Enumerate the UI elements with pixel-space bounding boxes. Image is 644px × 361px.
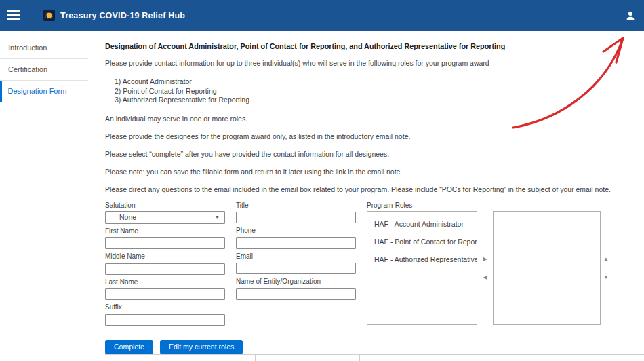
hamburger-menu-icon[interactable]: [7, 8, 20, 22]
page-title: Designation of Account Administrator, Po…: [105, 42, 637, 50]
salutation-selected-value: --None--: [115, 213, 141, 221]
program-roles-picker: Program-Roles HAF - Account Administrato…: [367, 202, 611, 325]
title-field[interactable]: [236, 212, 356, 223]
sidebar: Introduction Certification Designation F…: [0, 31, 88, 102]
listbox-sort-controls: ▲ ▼: [601, 211, 611, 325]
email-label: Email: [236, 252, 356, 260]
edit-current-roles-button[interactable]: Edit my current roles: [160, 340, 243, 354]
roles-list-item: 1) Account Administrator: [115, 77, 637, 87]
sidebar-item-certification[interactable]: Certification: [0, 59, 88, 81]
phone-field[interactable]: [236, 238, 356, 249]
form-middle-column: Title Phone Email Name of Entity/Organiz…: [236, 202, 356, 303]
intro-paragraph: Please provide contact information for u…: [105, 59, 637, 67]
chevron-down-icon: ▼: [215, 215, 220, 220]
form-actions: Complete Edit my current roles: [105, 340, 637, 354]
last-name-field[interactable]: [105, 288, 225, 300]
brand: Treasury COVID-19 Relief Hub: [43, 10, 185, 21]
instruction-paragraph: Please direct any questions to the email…: [105, 185, 637, 193]
contact-form: Salutation --None-- ▼ First Name Middle …: [105, 202, 637, 329]
email-field[interactable]: [236, 263, 356, 274]
table-top-edge: [105, 354, 644, 361]
complete-button[interactable]: Complete: [105, 340, 153, 354]
move-up-icon[interactable]: ▲: [603, 256, 609, 262]
instruction-paragraph: Please note: you can save the fillable f…: [105, 168, 637, 176]
instruction-paragraph: An individual may serve in one or more r…: [105, 115, 637, 123]
entity-organization-field[interactable]: [236, 288, 356, 300]
roles-list: 1) Account Administrator 2) Point of Con…: [115, 77, 637, 105]
top-bar: Treasury COVID-19 Relief Hub: [0, 0, 644, 31]
sidebar-item-designation-form[interactable]: Designation Form: [0, 81, 88, 102]
middle-name-label: Middle Name: [105, 252, 225, 260]
salutation-select[interactable]: --None-- ▼: [105, 211, 225, 224]
entity-organization-label: Name of Entity/Organization: [236, 278, 356, 285]
roles-list-item: 2) Point of Contact for Reporting: [115, 87, 637, 96]
suffix-label: Suffix: [105, 303, 225, 311]
designation-form-section: Designation of Account Administrator, Po…: [105, 42, 637, 354]
move-down-icon[interactable]: ▼: [603, 274, 609, 280]
form-left-column: Salutation --None-- ▼ First Name Middle …: [105, 202, 225, 329]
middle-name-field[interactable]: [105, 263, 225, 275]
suffix-field[interactable]: [105, 314, 225, 326]
listbox-move-controls: ▶ ◀: [477, 211, 493, 325]
last-name-label: Last Name: [105, 278, 225, 286]
sidebar-item-introduction[interactable]: Introduction: [0, 37, 88, 59]
title-label: Title: [236, 202, 356, 209]
treasury-seal-icon: [43, 10, 55, 21]
instruction-paragraph: Please provide the designees for the pro…: [105, 132, 637, 140]
program-roles-available-listbox[interactable]: HAF - Account Administrator HAF - Point …: [367, 211, 477, 325]
move-right-icon[interactable]: ▶: [483, 256, 487, 262]
listbox-option-authorized-representative[interactable]: HAF - Authorized Representative fo...: [367, 250, 477, 268]
roles-list-item: 3) Authorized Representative for Reporti…: [115, 96, 637, 105]
listbox-option-account-administrator[interactable]: HAF - Account Administrator: [367, 215, 477, 233]
app-title: Treasury COVID-19 Relief Hub: [60, 11, 185, 20]
program-roles-label: Program-Roles: [367, 202, 611, 209]
move-left-icon[interactable]: ◀: [483, 274, 487, 280]
instruction-paragraph: Please select “complete” after you have …: [105, 150, 637, 158]
salutation-label: Salutation: [105, 202, 225, 209]
user-icon[interactable]: [625, 10, 636, 21]
first-name-label: First Name: [105, 227, 225, 235]
program-roles-selected-listbox[interactable]: [493, 211, 601, 325]
phone-label: Phone: [236, 227, 356, 234]
listbox-option-point-of-contact[interactable]: HAF - Point of Contact for Reporting: [367, 233, 477, 250]
first-name-field[interactable]: [105, 238, 225, 249]
